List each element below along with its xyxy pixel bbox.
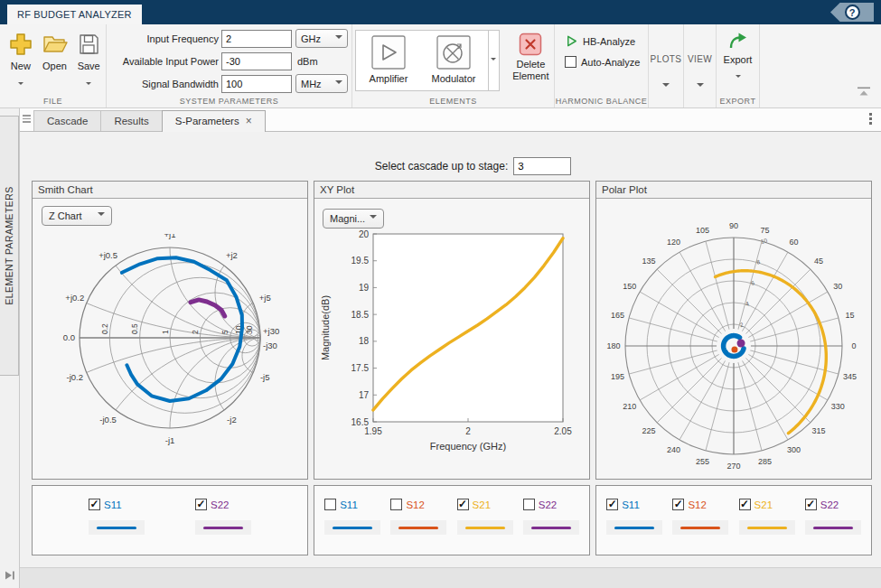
s22-line-swatch	[805, 520, 861, 535]
status-footer	[20, 567, 881, 588]
s12-line-swatch	[390, 520, 446, 535]
harmonic-balance-section: HB-Analyze Auto-Analyze HARMONIC BALANCE	[555, 24, 649, 107]
auto-analyze-toggle[interactable]: Auto-Analyze	[565, 56, 648, 68]
xy-plot-svg: 16.51717.51818.51919.5201.9522.05Frequen…	[314, 230, 589, 480]
help-button[interactable]: ?	[830, 3, 874, 22]
xy-format-dropdown[interactable]: Magni...	[323, 209, 384, 229]
s21-line-swatch	[457, 520, 513, 535]
svg-text:195: 195	[611, 372, 624, 381]
s11-line-swatch	[89, 520, 145, 535]
s11-checkbox[interactable]	[324, 499, 336, 510]
s11-checkbox[interactable]	[606, 499, 618, 510]
s21-line-swatch	[739, 520, 795, 535]
s21-checkbox[interactable]	[739, 499, 751, 510]
amplifier-icon	[370, 34, 407, 72]
polar-legend-s12[interactable]: S12	[672, 499, 728, 510]
svg-text:-j5: -j5	[260, 372, 270, 382]
polar-legend-s21[interactable]: S21	[739, 499, 795, 510]
svg-text:120: 120	[667, 238, 680, 247]
xy-legend-s11[interactable]: S11	[324, 499, 380, 510]
tab-group-grip[interactable]	[23, 115, 31, 123]
svg-text:-j0.2: -j0.2	[67, 372, 83, 382]
svg-text:+j0.5: +j0.5	[98, 250, 117, 260]
svg-text:17.5: 17.5	[351, 363, 370, 373]
svg-text:-j30: -j30	[263, 341, 277, 350]
svg-text:Frequency (GHz): Frequency (GHz)	[430, 441, 506, 452]
hb-analyze-button[interactable]: HB-Analyze	[565, 34, 648, 48]
auto-analyze-checkbox[interactable]	[565, 56, 576, 68]
input-frequency-unit-dropdown[interactable]: GHz	[295, 29, 348, 48]
toolstrip-filler	[760, 24, 881, 107]
s11-line-swatch	[606, 520, 662, 535]
svg-text:255: 255	[696, 457, 709, 466]
plots-dropdown-button[interactable]: PLOTS	[649, 24, 684, 107]
element-parameters-collapsed-tab[interactable]: ELEMENT PARAMETERS	[0, 116, 19, 376]
xy-legend-s12[interactable]: S12	[390, 499, 446, 510]
svg-text:+j5: +j5	[259, 293, 271, 303]
tab-options-kebab-icon[interactable]	[869, 113, 872, 125]
new-dropdown-caret[interactable]	[18, 75, 23, 82]
polar-legend-s11[interactable]: S11	[606, 499, 662, 510]
smith-chart-title: Smith Chart	[33, 182, 307, 199]
tab-results[interactable]: Results	[100, 110, 161, 131]
elements-section: Amplifier Modulator Delete Element ELEME…	[352, 24, 555, 107]
s22-checkbox[interactable]	[195, 499, 207, 510]
xy-legend-s22[interactable]: S22	[523, 499, 579, 510]
svg-text:300: 300	[787, 445, 801, 454]
signal-bandwidth-unit-dropdown[interactable]: MHz	[295, 74, 348, 93]
svg-text:19.5: 19.5	[351, 256, 370, 266]
signal-bandwidth-field[interactable]	[221, 75, 292, 93]
tab-cascade[interactable]: Cascade	[33, 110, 100, 131]
polar-plot-svg: 0153045607590105120135150165180195210225…	[596, 200, 871, 481]
stage-selector-input[interactable]	[513, 157, 571, 175]
s22-checkbox[interactable]	[805, 499, 817, 510]
svg-text:75: 75	[760, 226, 769, 235]
svg-text:0.2: 0.2	[100, 323, 109, 334]
svg-text:180: 180	[606, 341, 620, 350]
modulator-button[interactable]: Modulator	[421, 31, 486, 90]
smith-legend-s11[interactable]: S11	[89, 499, 145, 510]
svg-text:17: 17	[359, 390, 370, 400]
s12-checkbox[interactable]	[672, 499, 684, 510]
close-tab-icon[interactable]: ×	[246, 115, 252, 127]
delete-element-button[interactable]: Delete Element	[508, 24, 554, 107]
amplifier-button[interactable]: Amplifier	[356, 31, 421, 90]
elements-gallery-dropdown[interactable]	[489, 30, 499, 91]
svg-text:0: 0	[851, 341, 856, 350]
s22-line-swatch	[195, 520, 251, 535]
svg-text:+j0.2: +j0.2	[65, 293, 84, 303]
svg-text:1.95: 1.95	[364, 426, 382, 436]
app-tab[interactable]: RF BUDGET ANALYZER	[7, 5, 142, 24]
view-dropdown-button[interactable]: VIEW	[684, 24, 717, 107]
available-input-power-field[interactable]	[221, 52, 292, 70]
svg-text:Magnitude(dB): Magnitude(dB)	[320, 295, 331, 360]
smith-chart-svg: +j0.2-j0.2+j0.5-j0.5+j1-j1+j2-j2+j5-j5+j…	[33, 234, 307, 480]
s22-checkbox[interactable]	[523, 499, 535, 510]
s11-checkbox[interactable]	[89, 499, 100, 510]
save-dropdown-caret[interactable]	[86, 75, 91, 82]
xy-legend-s21[interactable]: S21	[457, 499, 513, 510]
xy-plot-title: XY Plot	[314, 182, 589, 199]
smith-projection-dropdown[interactable]: Z Chart	[42, 206, 112, 226]
svg-text:+j2: +j2	[226, 250, 238, 260]
svg-text:2: 2	[191, 330, 200, 334]
open-folder-icon	[42, 30, 69, 59]
s12-checkbox[interactable]	[390, 499, 402, 510]
svg-text:330: 330	[831, 402, 845, 411]
s21-checkbox[interactable]	[457, 499, 469, 510]
smith-legend-s22[interactable]: S22	[195, 499, 251, 510]
svg-text:+j1: +j1	[164, 234, 176, 239]
svg-text:135: 135	[642, 257, 655, 266]
svg-text:225: 225	[642, 426, 655, 435]
svg-text:-j1: -j1	[165, 435, 175, 445]
input-frequency-field[interactable]	[221, 30, 292, 48]
svg-text:19: 19	[359, 283, 370, 293]
export-button[interactable]	[727, 32, 749, 53]
polar-legend-s22[interactable]: S22	[805, 499, 861, 510]
export-dropdown-caret[interactable]	[736, 68, 741, 84]
s12-line-swatch	[672, 520, 728, 535]
tab-s-parameters[interactable]: S-Parameters×	[162, 110, 266, 132]
collapse-toolstrip-button[interactable]	[858, 84, 870, 100]
expand-panel-icon[interactable]	[4, 568, 15, 584]
svg-text:105: 105	[696, 226, 709, 235]
